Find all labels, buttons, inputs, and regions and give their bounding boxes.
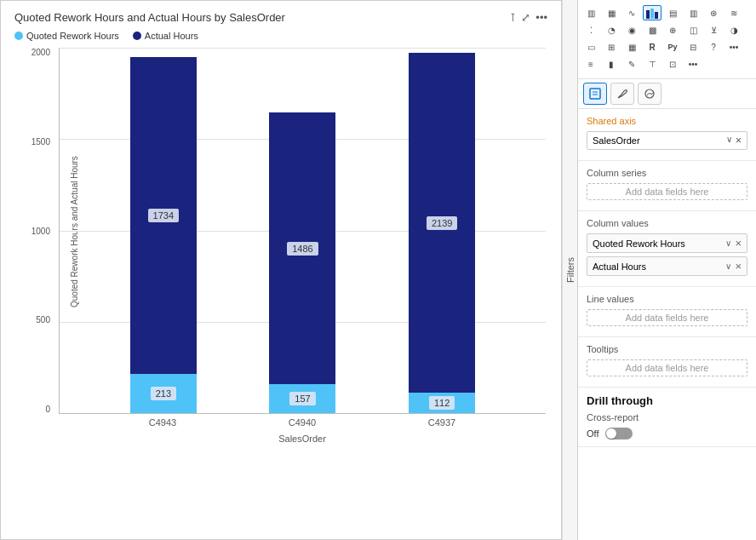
bar-group-c4943: 1734 213 <box>130 57 197 413</box>
shared-axis-chevron-icon[interactable]: ∨ <box>726 135 732 146</box>
viz-toolbar: ▥ ▦ ∿ ▤ ▥ ⊛ ≋ ⁚ ◔ ◉ ▩ ⊕ ◫ ⊻ ◑ ▭ ⊞ ▦ R <box>578 0 756 79</box>
shared-axis-close-icon[interactable]: × <box>736 135 742 146</box>
toggle-knob <box>606 428 616 439</box>
viz-icon-donut[interactable]: ◉ <box>622 22 641 37</box>
chart-title: Quoted Rework Hours and Actual Hours by … <box>14 11 285 24</box>
viz-icon-column[interactable]: ▦ <box>602 5 621 20</box>
viz-icon-ai2[interactable]: ⊡ <box>663 56 682 72</box>
legend-item-quoted: Quoted Rework Hours <box>14 31 119 41</box>
more-icon[interactable]: ••• <box>536 11 547 24</box>
expand-icon[interactable]: ⤢ <box>521 11 530 24</box>
fields-button[interactable] <box>583 83 607 105</box>
field-tag-actual: Actual Hours ∨ × <box>587 256 747 276</box>
svg-rect-2 <box>655 12 658 19</box>
viz-icon-r[interactable]: R <box>643 39 662 55</box>
format-button[interactable] <box>610 83 634 105</box>
bar-segment-quoted-c4937: 2139 <box>409 53 475 393</box>
tooltips-label: Tooltips <box>587 344 747 354</box>
y-tick-2000: 2000 <box>16 48 50 57</box>
bar-group-c4937: 2139 112 <box>409 53 475 413</box>
viz-icon-kpi[interactable]: ▮ <box>602 56 621 72</box>
viz-icon-funnel[interactable]: ⊻ <box>704 22 723 37</box>
bar-segment-actual-c4937: 112 <box>409 393 475 413</box>
cross-report-toggle-row: Off <box>587 428 747 439</box>
bar-segment-actual-c4940: 157 <box>269 384 335 413</box>
x-label-c4937: C4937 <box>409 417 475 428</box>
column-values-section: Column values Quoted Rework Hours ∨ × Ac… <box>578 211 756 287</box>
filters-tab[interactable]: Filters <box>562 0 577 540</box>
viz-icon-qna[interactable]: ? <box>704 39 723 55</box>
svg-rect-3 <box>590 89 600 99</box>
column-values-label: Column values <box>587 218 747 228</box>
viz-icon-slicer[interactable]: ≡ <box>581 56 600 72</box>
bar-label-actual-c4940: 157 <box>289 392 315 405</box>
viz-icon-more-ai[interactable]: ••• <box>684 56 702 72</box>
viz-icon-py[interactable]: Py <box>663 39 682 55</box>
tooltips-placeholder[interactable]: Add data fields here <box>587 359 747 376</box>
legend-dot-quoted <box>14 32 23 40</box>
x-label-c4943: C4943 <box>129 417 196 428</box>
viz-icon-bar[interactable]: ▥ <box>581 5 600 20</box>
chart-area: Quoted Rework Hours and Actual Hours by … <box>0 0 562 540</box>
shared-axis-value: SalesOrder <box>593 135 640 146</box>
legend-label-actual: Actual Hours <box>145 31 198 41</box>
viz-icon-stacked-bar[interactable]: ▤ <box>663 5 682 20</box>
bar-group-c4940: 1486 157 <box>269 112 335 413</box>
right-panel: ▥ ▦ ∿ ▤ ▥ ⊛ ≋ ⁚ ◔ ◉ ▩ ⊕ ◫ ⊻ ◑ ▭ ⊞ ▦ R <box>577 0 756 540</box>
viz-icon-card[interactable]: ▭ <box>581 39 600 55</box>
viz-icon-table[interactable]: ⊞ <box>602 39 621 55</box>
bar-label-actual-c4937: 112 <box>429 396 455 410</box>
viz-icon-scatter[interactable]: ⁚ <box>581 22 600 37</box>
viz-icon-pie[interactable]: ◔ <box>602 22 621 37</box>
line-values-placeholder[interactable]: Add data fields here <box>587 309 747 326</box>
legend-dot-actual <box>133 32 141 40</box>
toggle-track[interactable] <box>605 428 633 439</box>
bar-label-quoted-c4943: 1734 <box>148 209 179 222</box>
toggle-control[interactable] <box>605 428 633 439</box>
field-tag-quoted: Quoted Rework Hours ∨ × <box>587 233 747 253</box>
bar-label-quoted-c4937: 2139 <box>427 216 457 230</box>
line-values-label: Line values <box>587 294 747 304</box>
shared-axis-section: Shared axis SalesOrder ∨ × <box>578 109 756 161</box>
filter-icon[interactable]: ⊺ <box>510 11 516 24</box>
field-tag-actual-close[interactable]: × <box>735 260 742 273</box>
chart-toolbar: ⊺ ⤢ ••• <box>510 11 547 24</box>
y-tick-1000: 1000 <box>16 227 50 236</box>
shared-axis-label: Shared axis <box>587 116 747 126</box>
field-tag-actual-chevron[interactable]: ∨ <box>725 261 731 271</box>
x-axis-title: SalesOrder <box>278 434 326 444</box>
line-values-section: Line values Add data fields here <box>578 287 756 337</box>
y-tick-1500: 1500 <box>16 137 50 146</box>
cross-report-label: Cross-report <box>587 412 747 422</box>
column-series-section: Column series Add data fields here <box>578 161 756 211</box>
drill-through-title: Drill through <box>587 394 747 407</box>
chart-legend: Quoted Rework Hours Actual Hours <box>8 27 554 48</box>
toggle-off-label: Off <box>587 428 598 439</box>
bar-segment-actual-c4943: 213 <box>130 374 197 413</box>
column-series-placeholder[interactable]: Add data fields here <box>587 183 747 200</box>
viz-icon-decomp[interactable]: ⊤ <box>643 56 662 72</box>
viz-icon-filled-map[interactable]: ◫ <box>684 22 702 37</box>
analytics-button[interactable] <box>638 83 662 105</box>
viz-icon-treemap[interactable]: ▩ <box>643 22 662 37</box>
viz-icon-cluster-column[interactable] <box>643 5 662 20</box>
bar-label-quoted-c4940: 1486 <box>287 242 318 256</box>
svg-rect-1 <box>650 9 654 19</box>
viz-icon-map[interactable]: ⊕ <box>663 22 682 37</box>
viz-icon-gauge[interactable]: ◑ <box>724 22 743 37</box>
viz-icon-waterfall[interactable]: ≋ <box>724 5 743 20</box>
viz-icon-matrix[interactable]: ▦ <box>622 39 641 55</box>
viz-icon-custom[interactable]: ⊟ <box>684 39 702 55</box>
drill-through-section: Drill through Cross-report Off <box>578 388 756 447</box>
field-tag-quoted-close[interactable]: × <box>735 237 742 250</box>
bar-segment-quoted-c4940: 1486 <box>269 112 335 384</box>
field-tag-quoted-chevron[interactable]: ∨ <box>725 238 731 248</box>
filters-label: Filters <box>565 257 576 283</box>
svg-rect-0 <box>646 10 650 19</box>
viz-icon-smart-narr[interactable]: ✎ <box>622 56 641 72</box>
viz-icon-more-viz[interactable]: ••• <box>724 39 743 55</box>
viz-icon-100pct[interactable]: ▥ <box>684 5 702 20</box>
viz-icon-line[interactable]: ∿ <box>622 5 641 20</box>
viz-icon-ribbon[interactable]: ⊛ <box>704 5 723 20</box>
shared-axis-dropdown[interactable]: SalesOrder ∨ × <box>587 131 747 150</box>
